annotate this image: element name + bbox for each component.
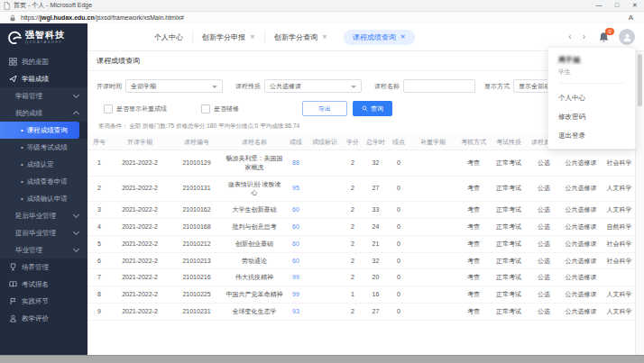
cell-name: 微表情识别·读脸读心 <box>225 176 284 202</box>
scrollbar-thumb[interactable] <box>638 54 642 106</box>
user-menu-item-个人中心[interactable]: 个人中心 <box>558 94 625 103</box>
export-button[interactable]: 导出 <box>302 101 347 116</box>
tab-label: 创新学分查询 <box>274 32 317 42</box>
sidebar-item-label: 考试报名 <box>22 280 49 289</box>
close-tab-icon[interactable]: ✕ <box>400 33 406 41</box>
search-icon <box>362 105 368 112</box>
cell-examtype: 正常考试 <box>491 252 527 269</box>
cell-mark <box>308 235 342 252</box>
sidebar-item-我的桌面[interactable]: 我的桌面 <box>0 53 87 70</box>
window-bottom-edge <box>0 355 644 363</box>
sidebar-item-实践环节[interactable]: 实践环节 <box>0 293 87 310</box>
cell-hours: 27 <box>363 303 388 320</box>
score-link[interactable]: 60 <box>284 202 308 219</box>
user-name: 周子涵 <box>558 55 625 65</box>
user-dropdown-menu: 周子涵 学生 个人中心修改密码退出登录 <box>547 47 636 150</box>
desktop-icon <box>9 58 17 66</box>
sidebar-item-毕业管理[interactable]: 毕业管理 <box>0 241 87 259</box>
sidebar-item-label: 成绩认定 <box>27 160 54 169</box>
sidebar-item-课程成绩查询[interactable]: •课程成绩查询 <box>0 122 79 139</box>
cell-examtype: 正常考试 <box>491 269 527 286</box>
notifications-button[interactable]: 0 <box>598 32 610 43</box>
sidebar-item-成绩查卷申请[interactable]: •成绩查卷申请 <box>0 173 87 190</box>
scroll-tabs-right-icon[interactable]: › <box>577 32 591 41</box>
cell-code: 21010212 <box>169 235 225 252</box>
score-link[interactable]: 99 <box>284 286 308 304</box>
cell-assess: 考查 <box>456 202 491 219</box>
cell-assess: 考查 <box>456 150 491 177</box>
cell-gpa: 0 <box>388 202 409 219</box>
maximize-button[interactable]: □ <box>608 0 626 11</box>
sidebar-item-我的成绩[interactable]: 我的成绩 <box>0 104 87 122</box>
cell-no: 7 <box>87 269 111 286</box>
sidebar-item-考试报名[interactable]: 考试报名 <box>0 276 87 293</box>
score-link[interactable]: 60 <box>284 218 308 235</box>
tab-个人中心[interactable]: 个人中心 <box>145 31 192 43</box>
url-text[interactable]: https://jwgl.hudax.edu.cn/jsxsd/framewor… <box>21 14 184 21</box>
term-select[interactable]: 全部学期 <box>125 79 223 93</box>
sidebar-item-成绩确认申请[interactable]: •成绩确认申请 <box>0 190 87 207</box>
scroll-tabs-left-icon[interactable]: ‹ <box>563 32 576 41</box>
user-menu-item-修改密码[interactable]: 修改密码 <box>558 113 625 122</box>
sidebar-item-成绩认定[interactable]: •成绩认定 <box>0 156 87 173</box>
score-link[interactable]: 60 <box>284 252 308 269</box>
close-button[interactable]: ✕ <box>626 0 644 11</box>
sidebar-item-label: 实践环节 <box>22 297 49 306</box>
cell-nature: 公共选修课 <box>561 150 601 177</box>
score-link[interactable]: 95 <box>284 176 308 202</box>
sidebar-item-培养管理[interactable]: 培养管理 <box>0 259 87 276</box>
score-link[interactable]: 93 <box>284 303 308 320</box>
cell-term: 2021-2022-2 <box>111 286 169 304</box>
cell-term: 2021-2022-2 <box>111 303 169 320</box>
cell-examtype: 正常考试 <box>491 286 527 304</box>
cell-credit: 2 <box>342 176 363 202</box>
cell-makeup <box>409 235 456 252</box>
table-row: 52021-2022-221010212创新创业基础602210考查正常考试公选… <box>87 235 636 252</box>
score-link[interactable]: 99 <box>284 269 308 286</box>
browser-addressbar[interactable]: https://jwgl.hudax.edu.cn/jsxsd/framewor… <box>0 12 644 24</box>
cell-examtype: 正常考试 <box>491 176 527 202</box>
tab-课程成绩查询[interactable]: 课程成绩查询✕ <box>344 30 415 45</box>
cell-attr: 公选 <box>527 202 561 219</box>
close-tab-icon[interactable]: ✕ <box>322 33 327 41</box>
sidebar-item-等级考试成绩[interactable]: •等级考试成绩 <box>0 139 87 156</box>
sidebar-item-延后毕业管理[interactable]: 延后毕业管理 <box>0 207 87 224</box>
column-header: 补重学期 <box>409 134 456 150</box>
sidebar-item-教学评价[interactable]: 教学评价 <box>0 310 87 327</box>
score-link[interactable]: 60 <box>284 235 308 252</box>
column-header: 序号 <box>87 134 111 150</box>
course-nature-select[interactable]: 公共选修课 <box>264 79 362 93</box>
cell-no: 6 <box>87 252 111 269</box>
user-menu-item-退出登录[interactable]: 退出登录 <box>558 132 625 141</box>
cell-term: 2021-2022-2 <box>111 252 169 269</box>
course-name-label: 课程名称 <box>374 82 400 91</box>
tab-创新学分查询[interactable]: 创新学分查询✕ <box>264 31 336 43</box>
cell-assess: 考查 <box>456 252 491 269</box>
column-header: 绩点 <box>388 134 409 150</box>
sidebar-item-学籍成绩[interactable]: 学籍成绩 <box>0 70 87 87</box>
vertical-scrollbar[interactable] <box>635 51 644 356</box>
read-aloud-icon[interactable]: A <box>629 14 633 22</box>
sidebar: 强智科技 QZDATASOFT 我的桌面学籍成绩学籍管理我的成绩•课程成绩查询•… <box>0 23 87 356</box>
scores-icon <box>9 75 17 83</box>
cell-mark <box>308 202 342 219</box>
cell-hours: 33 <box>363 202 388 219</box>
sidebar-item-学籍管理[interactable]: 学籍管理 <box>0 87 87 104</box>
cell-assess: 考查 <box>456 303 491 320</box>
tab-创新学分申报[interactable]: 创新学分申报✕ <box>192 31 264 43</box>
sidebar-item-label: 等级考试成绩 <box>27 143 68 152</box>
cell-name: 创新创业基础 <box>225 235 284 252</box>
cell-gpa: 0 <box>388 286 409 304</box>
cell-examtype: 正常考试 <box>491 202 527 219</box>
show-makeup-checkbox[interactable]: 是否显示补重成绩 <box>104 104 167 113</box>
close-tab-icon[interactable]: ✕ <box>250 33 255 41</box>
avatar[interactable] <box>619 29 635 45</box>
score-link[interactable]: 88 <box>284 150 308 177</box>
table-row: 12021-2022-221010129畅游美利坚：美国国家概况882320考查… <box>87 150 636 177</box>
query-button[interactable]: 查询 <box>353 101 392 116</box>
minimize-button[interactable]: — <box>590 0 608 11</box>
course-name-input[interactable] <box>403 79 475 93</box>
sidebar-item-提前毕业管理[interactable]: 提前毕业管理 <box>0 224 87 241</box>
minor-checkbox[interactable]: 是否辅修 <box>201 104 239 113</box>
cell-makeup <box>409 252 456 269</box>
